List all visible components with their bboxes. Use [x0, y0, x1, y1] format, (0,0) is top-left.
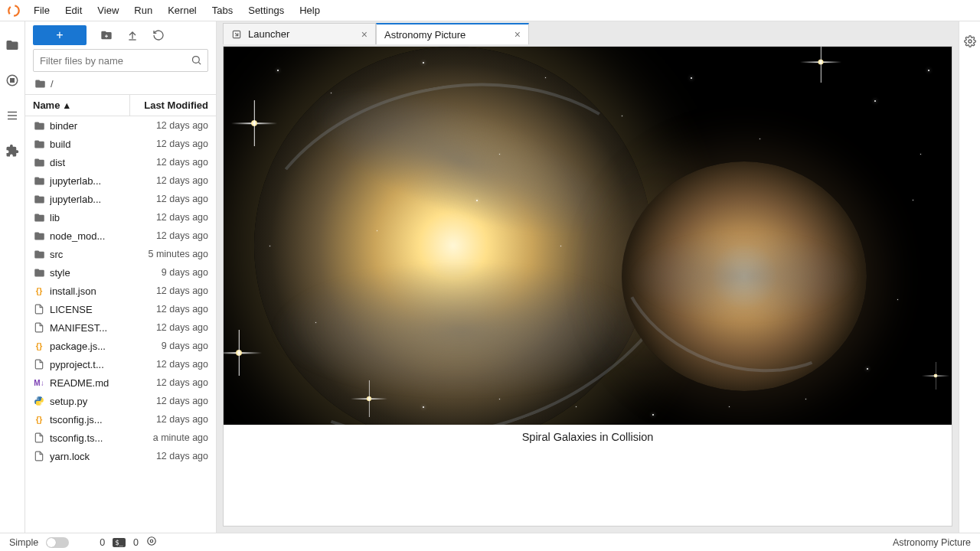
folder-icon: [33, 230, 45, 242]
file-modified: 12 days ago: [132, 285, 208, 296]
file-modified: 12 days ago: [132, 414, 208, 425]
file-row[interactable]: {}install.json12 days ago: [25, 282, 216, 300]
file-row[interactable]: jupyterlab...12 days ago: [25, 190, 216, 208]
svg-point-10: [969, 40, 972, 43]
running-icon[interactable]: [5, 73, 19, 87]
file-browser-toolbar: +: [25, 21, 216, 49]
toc-icon[interactable]: [5, 109, 19, 122]
file-modified: 9 days ago: [132, 341, 208, 351]
column-name[interactable]: Name▴: [25, 95, 130, 116]
file-row[interactable]: {}package.js...9 days ago: [25, 337, 216, 355]
file-row[interactable]: build12 days ago: [25, 135, 216, 153]
file-name: package.js...: [50, 341, 132, 352]
sort-asc-icon: ▴: [64, 99, 70, 111]
folder-icon[interactable]: [5, 38, 19, 52]
svg-rect-2: [11, 79, 15, 83]
file-icon: [33, 321, 45, 334]
json-icon: {}: [33, 413, 45, 425]
file-name: README.md: [50, 377, 132, 389]
svg-point-12: [148, 537, 156, 546]
file-name: yarn.lock: [50, 451, 132, 462]
file-name: build: [50, 139, 132, 150]
search-icon: [191, 54, 202, 69]
file-row[interactable]: {}tsconfig.js...12 days ago: [25, 410, 216, 429]
menu-settings[interactable]: Settings: [240, 2, 292, 19]
file-modified: 12 days ago: [132, 304, 208, 315]
file-row[interactable]: yarn.lock12 days ago: [25, 447, 216, 465]
menu-kernel[interactable]: Kernel: [160, 2, 204, 19]
folder-icon: [33, 248, 45, 260]
file-modified: 12 days ago: [132, 396, 208, 406]
menu-help[interactable]: Help: [292, 2, 328, 19]
file-row[interactable]: style9 days ago: [25, 263, 216, 282]
file-name: MANIFEST...: [50, 322, 132, 334]
gear-icon[interactable]: [964, 35, 976, 51]
menu-edit[interactable]: Edit: [57, 2, 90, 19]
file-modified: 12 days ago: [132, 359, 208, 370]
column-modified[interactable]: Last Modified: [130, 95, 216, 116]
file-modified: 12 days ago: [132, 377, 208, 388]
simple-mode-toggle[interactable]: [46, 537, 69, 548]
file-name: setup.py: [50, 396, 132, 407]
kernel-count[interactable]: 0: [100, 537, 105, 548]
menu-file[interactable]: File: [26, 2, 57, 19]
file-row[interactable]: M↓README.md12 days ago: [25, 373, 216, 392]
file-name: tsconfig.js...: [50, 414, 132, 425]
folder-icon: [33, 266, 45, 279]
svg-point-7: [193, 57, 200, 64]
file-row[interactable]: MANIFEST...12 days ago: [25, 318, 216, 337]
tab-label: Astronomy Picture: [384, 29, 466, 41]
file-name: jupyterlab...: [50, 194, 132, 205]
close-icon[interactable]: ×: [361, 28, 368, 41]
menu-tabs[interactable]: Tabs: [204, 2, 240, 19]
file-modified: 9 days ago: [132, 267, 208, 278]
file-row[interactable]: src5 minutes ago: [25, 245, 216, 263]
file-modified: 12 days ago: [132, 212, 208, 223]
file-row[interactable]: LICENSE12 days ago: [25, 300, 216, 318]
folder-icon: [33, 174, 45, 187]
mode-label: Simple: [9, 537, 38, 548]
file-modified: 12 days ago: [132, 120, 208, 131]
file-name: jupyterlab...: [50, 175, 132, 187]
file-name: tsconfig.ts...: [50, 432, 132, 444]
file-row[interactable]: dist12 days ago: [25, 153, 216, 171]
status-bar: Simple 0 $_ 0 Astronomy Picture: [0, 533, 980, 551]
file-row[interactable]: pyproject.t...12 days ago: [25, 355, 216, 373]
file-modified: 12 days ago: [132, 194, 208, 204]
file-row[interactable]: setup.py12 days ago: [25, 392, 216, 410]
terminal-count[interactable]: 0: [133, 537, 139, 548]
file-row[interactable]: tsconfig.ts...a minute ago: [25, 429, 216, 447]
svg-point-11: [150, 540, 153, 543]
file-row[interactable]: lib12 days ago: [25, 208, 216, 227]
json-icon: {}: [33, 285, 45, 297]
tab-launcher[interactable]: Launcher×: [223, 23, 376, 44]
file-name: LICENSE: [50, 304, 132, 315]
document-panel: Spiral Galaxies in Collision: [223, 46, 952, 527]
file-modified: 12 days ago: [132, 230, 208, 241]
breadcrumb[interactable]: /: [25, 78, 216, 94]
file-row[interactable]: node_mod...12 days ago: [25, 227, 216, 245]
close-icon[interactable]: ×: [514, 28, 521, 41]
new-launcher-button[interactable]: +: [33, 25, 87, 45]
file-name: src: [50, 249, 132, 260]
upload-icon[interactable]: [126, 29, 139, 41]
terminal-icon[interactable]: $_: [113, 538, 126, 547]
filter-input[interactable]: [33, 49, 208, 72]
file-name: binder: [50, 120, 132, 132]
menubar: FileEditViewRunKernelTabsSettingsHelp: [0, 0, 980, 21]
file-name: pyproject.t...: [50, 359, 132, 370]
menu-run[interactable]: Run: [126, 2, 160, 19]
file-row[interactable]: binder12 days ago: [25, 116, 216, 135]
menu-view[interactable]: View: [90, 2, 126, 19]
extensions-icon[interactable]: [5, 144, 19, 158]
settings-icon[interactable]: [146, 536, 157, 549]
new-folder-icon[interactable]: [100, 29, 113, 41]
file-modified: a minute ago: [132, 432, 208, 443]
tab-label: Launcher: [248, 28, 289, 40]
file-row[interactable]: jupyterlab...12 days ago: [25, 171, 216, 190]
refresh-icon[interactable]: [152, 29, 165, 41]
file-modified: 12 days ago: [132, 451, 208, 461]
tab-astronomy-picture[interactable]: Astronomy Picture×: [376, 23, 529, 44]
folder-icon: [33, 119, 45, 132]
svg-line-8: [198, 62, 201, 64]
